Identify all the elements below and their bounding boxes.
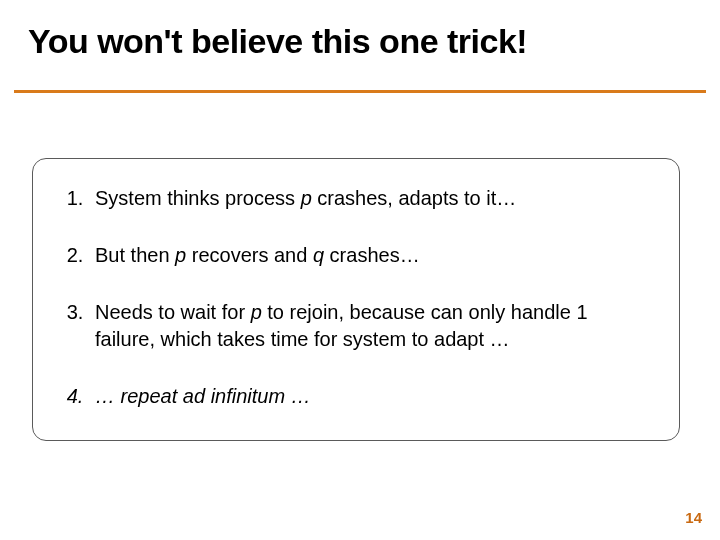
step-em: q [313,244,324,266]
list-item: But then p recovers and q crashes… [89,242,651,269]
step-em: p [301,187,312,209]
step-text: Needs to wait for [95,301,251,323]
step-text: crashes, adapts to it… [312,187,517,209]
content-box: System thinks process p crashes, adapts … [32,158,680,441]
step-text: … repeat ad infinitum … [95,385,311,407]
step-text: But then [95,244,175,266]
step-text: recovers and [186,244,313,266]
page-number: 14 [685,509,702,526]
step-em: p [251,301,262,323]
step-em: p [175,244,186,266]
step-text: crashes… [324,244,420,266]
list-item: System thinks process p crashes, adapts … [89,185,651,212]
slide: You won't believe this one trick! System… [0,0,720,540]
step-list: System thinks process p crashes, adapts … [55,185,651,410]
slide-title: You won't believe this one trick! [28,22,692,61]
list-item-final: … repeat ad infinitum … [89,383,651,410]
step-text: System thinks process [95,187,301,209]
list-item: Needs to wait for p to rejoin, because c… [89,299,651,353]
title-underline [14,90,706,93]
